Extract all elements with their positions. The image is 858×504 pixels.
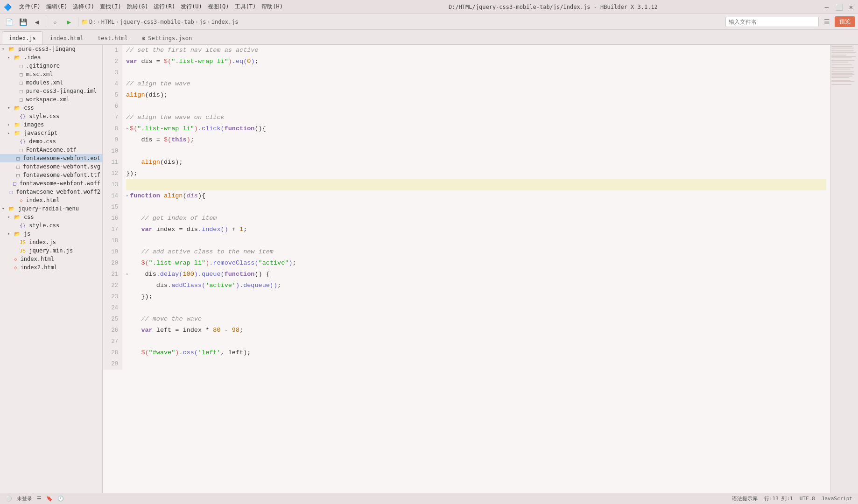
code-line: // get index of item bbox=[126, 213, 826, 224]
save-button[interactable]: 💾 bbox=[17, 16, 29, 28]
tree-item[interactable]: □.gitignore bbox=[0, 62, 102, 70]
breadcrumb: 📁 D: › HTML › jquery-css3-mobile-tab › j… bbox=[81, 19, 724, 25]
line-number: 7 bbox=[105, 112, 118, 123]
token-selector: ) bbox=[194, 123, 198, 134]
token-plain: }); bbox=[126, 291, 153, 302]
tree-item[interactable]: JSindex.js bbox=[0, 238, 102, 246]
generic-file-icon: □ bbox=[20, 147, 23, 153]
token-selector: ) bbox=[205, 258, 209, 269]
token-comment: // move the wave bbox=[141, 314, 202, 325]
menu-run[interactable]: 运行(R) bbox=[154, 3, 175, 11]
breadcrumb-file[interactable]: index.js bbox=[211, 19, 239, 25]
token-method: .click( bbox=[198, 123, 225, 134]
hint-label: 语法提示库 bbox=[732, 495, 758, 502]
line-number: 14 bbox=[105, 190, 118, 202]
tree-item[interactable]: □fontawesome-webfont.woff bbox=[0, 179, 102, 188]
tree-item[interactable]: ▾📂.idea bbox=[0, 53, 102, 62]
tab-index-html[interactable]: index.html bbox=[43, 31, 91, 44]
file-search-input[interactable] bbox=[725, 17, 819, 27]
editor[interactable]: 1234567891011121314151617181920212223242… bbox=[103, 45, 830, 493]
tree-item[interactable]: □fontawesome-webfont.svg bbox=[0, 162, 102, 171]
menu-help[interactable]: 帮助(H) bbox=[261, 3, 283, 11]
tree-item[interactable]: {}demo.css bbox=[0, 137, 102, 146]
fold-marker-icon[interactable]: ▸ bbox=[126, 190, 129, 202]
tree-item[interactable]: ▾📂jquery-radial-menu bbox=[0, 204, 102, 213]
close-button[interactable]: ✕ bbox=[848, 4, 854, 10]
menu-edit[interactable]: 编辑(E) bbox=[46, 3, 68, 11]
code-line bbox=[126, 101, 826, 112]
breadcrumb-project[interactable]: jquery-css3-mobile-tab bbox=[120, 19, 194, 25]
menu-publish[interactable]: 发行(U) bbox=[181, 3, 202, 11]
outline-icon[interactable]: ☰ bbox=[37, 496, 42, 502]
preview-button[interactable]: 预览 bbox=[835, 16, 855, 27]
tree-item[interactable]: {}style.css bbox=[0, 112, 102, 120]
tree-item[interactable]: □modules.xml bbox=[0, 78, 102, 87]
tree-item[interactable]: {}style.css bbox=[0, 221, 102, 230]
menu-file[interactable]: 文件(F) bbox=[19, 3, 41, 11]
breadcrumb-html[interactable]: HTML bbox=[101, 19, 115, 25]
token-keyword: function bbox=[130, 190, 164, 202]
menu-select[interactable]: 选择(J) bbox=[73, 3, 94, 11]
tree-item[interactable]: ◇index2.html bbox=[0, 263, 102, 272]
tree-item[interactable]: JSjquery.min.js bbox=[0, 246, 102, 255]
tree-item[interactable]: ◇index.html bbox=[0, 255, 102, 263]
menu-find[interactable]: 查找(I) bbox=[100, 3, 121, 11]
bookmark-icon[interactable]: 🔖 bbox=[46, 496, 53, 502]
fold-marker-icon[interactable]: ▸ bbox=[126, 269, 129, 280]
folder-icon: 📂 bbox=[8, 46, 15, 52]
html-file-icon: ◇ bbox=[14, 265, 17, 271]
title-bar: 🔷 文件(F) 编辑(E) 选择(J) 查找(I) 跳转(G) 运行(R) 发行… bbox=[0, 0, 858, 14]
minimap-line bbox=[831, 59, 834, 60]
minimap-line bbox=[831, 60, 855, 61]
minimap-line bbox=[831, 70, 834, 71]
code-line: // move the wave bbox=[126, 314, 826, 325]
tree-item[interactable]: ◇index.html bbox=[0, 196, 102, 204]
new-file-button[interactable]: 📄 bbox=[3, 16, 15, 28]
tree-item[interactable]: □FontAwesome.otf bbox=[0, 146, 102, 154]
token-keyword: var bbox=[141, 325, 156, 336]
token-selector: $( bbox=[141, 258, 148, 269]
line-number: 19 bbox=[105, 246, 118, 258]
tab-index-js[interactable]: index.js bbox=[2, 31, 43, 44]
tree-item-label: fontawesome-webfont.svg bbox=[23, 163, 100, 170]
minimize-button[interactable]: — bbox=[823, 4, 830, 10]
window-controls: — ⬜ ✕ bbox=[823, 4, 854, 10]
tree-item-label: fontawesome-webfont.woff2 bbox=[16, 189, 100, 195]
filter-button[interactable]: ☰ bbox=[821, 16, 833, 28]
token-number: 1 bbox=[239, 224, 243, 235]
tree-item[interactable]: ▸📁javascript bbox=[0, 129, 102, 137]
token-string: "#wave" bbox=[149, 347, 176, 358]
tree-item[interactable]: ▾📂pure-css3-jingang bbox=[0, 45, 102, 53]
tree-item[interactable]: □fontawesome-webfont.woff2 bbox=[0, 188, 102, 196]
tree-item[interactable]: □misc.xml bbox=[0, 70, 102, 78]
token-selector: $( bbox=[164, 56, 171, 67]
maximize-button[interactable]: ⬜ bbox=[836, 4, 842, 10]
breadcrumb-d[interactable]: D: bbox=[89, 19, 96, 25]
login-label[interactable]: 未登录 bbox=[17, 495, 32, 502]
tree-item[interactable]: ▾📂css bbox=[0, 104, 102, 112]
line-number: 18 bbox=[105, 235, 118, 246]
tab-settings-json[interactable]: ⚙ Settings.json bbox=[135, 31, 199, 44]
code-line: var left = index * 80 - 98; bbox=[126, 325, 826, 336]
fold-marker-icon[interactable]: ▸ bbox=[126, 123, 129, 134]
history-icon[interactable]: 🕐 bbox=[57, 496, 64, 502]
toolbar-divider-2 bbox=[78, 17, 78, 27]
code-line bbox=[126, 67, 826, 78]
tree-item[interactable]: □fontawesome-webfont.eot bbox=[0, 154, 102, 162]
bookmark-button[interactable]: ☆ bbox=[49, 16, 61, 28]
tree-item[interactable]: □workspace.xml bbox=[0, 95, 102, 104]
run-button[interactable]: ▶ bbox=[63, 16, 75, 28]
menu-tools[interactable]: 工具(T) bbox=[235, 3, 256, 11]
back-button[interactable]: ◀ bbox=[31, 16, 43, 28]
tab-test-html[interactable]: test.html bbox=[91, 31, 135, 44]
breadcrumb-js[interactable]: js bbox=[199, 19, 206, 25]
menu-view[interactable]: 视图(Q) bbox=[208, 3, 229, 11]
menu-goto[interactable]: 跳转(G) bbox=[127, 3, 148, 11]
token-method: .delay( bbox=[156, 269, 183, 280]
tree-item[interactable]: □pure-css3-jingang.iml bbox=[0, 87, 102, 95]
tree-item[interactable]: □fontawesome-webfont.ttf bbox=[0, 171, 102, 179]
tree-item[interactable]: ▾📂css bbox=[0, 213, 102, 221]
tree-item[interactable]: ▸📁images bbox=[0, 120, 102, 129]
tree-item[interactable]: ▾📂js bbox=[0, 230, 102, 238]
token-keyword: this bbox=[171, 134, 186, 146]
